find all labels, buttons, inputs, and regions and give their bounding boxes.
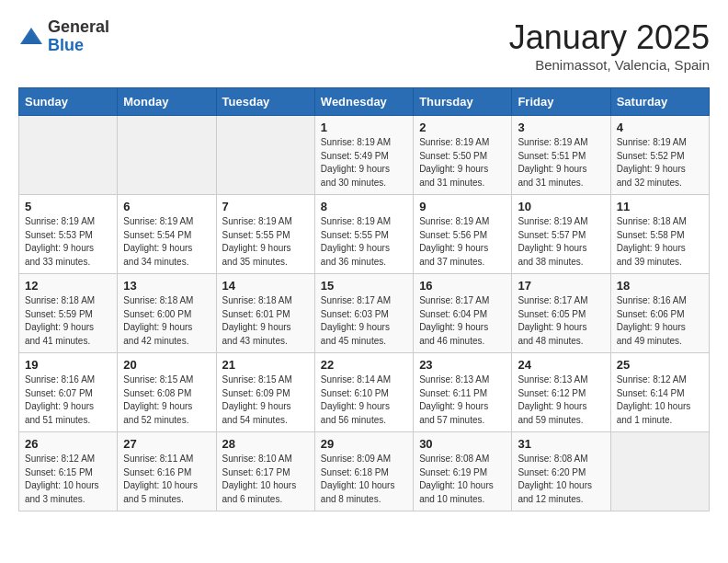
weekday-header: Sunday	[19, 88, 118, 116]
day-number: 1	[321, 121, 407, 134]
day-number: 17	[518, 279, 604, 293]
day-number: 28	[222, 437, 309, 451]
day-number: 11	[617, 200, 703, 213]
day-info: Sunrise: 8:12 AM Sunset: 6:14 PM Dayligh…	[617, 373, 703, 427]
logo-text: General Blue	[48, 18, 109, 55]
day-number: 19	[25, 358, 111, 372]
day-number: 2	[419, 121, 506, 134]
page-header: General Blue January 2025 Benimassot, Va…	[18, 18, 710, 73]
calendar-cell: 19Sunrise: 8:16 AM Sunset: 6:07 PM Dayli…	[19, 353, 118, 432]
calendar-cell: 15Sunrise: 8:17 AM Sunset: 6:03 PM Dayli…	[314, 274, 413, 353]
calendar-cell: 2Sunrise: 8:19 AM Sunset: 5:50 PM Daylig…	[414, 116, 512, 195]
calendar-cell: 20Sunrise: 8:15 AM Sunset: 6:08 PM Dayli…	[118, 353, 216, 432]
day-number: 18	[617, 279, 703, 293]
day-info: Sunrise: 8:19 AM Sunset: 5:57 PM Dayligh…	[518, 215, 604, 269]
calendar-cell: 24Sunrise: 8:13 AM Sunset: 6:12 PM Dayli…	[512, 353, 610, 432]
location: Benimassot, Valencia, Spain	[509, 57, 710, 73]
day-number: 30	[419, 437, 506, 451]
day-number: 24	[518, 358, 604, 372]
month-title: January 2025	[509, 18, 710, 57]
logo-blue: Blue	[48, 37, 109, 55]
calendar-cell: 3Sunrise: 8:19 AM Sunset: 5:51 PM Daylig…	[512, 116, 610, 195]
day-info: Sunrise: 8:19 AM Sunset: 5:49 PM Dayligh…	[321, 136, 407, 190]
calendar-cell: 14Sunrise: 8:18 AM Sunset: 6:01 PM Dayli…	[216, 274, 314, 353]
calendar-cell: 16Sunrise: 8:17 AM Sunset: 6:04 PM Dayli…	[414, 274, 512, 353]
calendar-table: SundayMondayTuesdayWednesdayThursdayFrid…	[18, 87, 710, 511]
weekday-header: Thursday	[414, 88, 512, 116]
calendar-cell: 31Sunrise: 8:08 AM Sunset: 6:20 PM Dayli…	[512, 432, 610, 511]
day-info: Sunrise: 8:10 AM Sunset: 6:17 PM Dayligh…	[222, 453, 309, 506]
day-info: Sunrise: 8:19 AM Sunset: 5:54 PM Dayligh…	[123, 215, 210, 269]
calendar-cell: 23Sunrise: 8:13 AM Sunset: 6:11 PM Dayli…	[414, 353, 512, 432]
day-info: Sunrise: 8:18 AM Sunset: 5:59 PM Dayligh…	[25, 294, 111, 348]
day-number: 14	[222, 279, 309, 293]
weekday-header: Tuesday	[216, 88, 314, 116]
day-info: Sunrise: 8:17 AM Sunset: 6:05 PM Dayligh…	[518, 294, 604, 348]
calendar-week-row: 12Sunrise: 8:18 AM Sunset: 5:59 PM Dayli…	[19, 274, 710, 353]
day-number: 10	[518, 200, 604, 213]
calendar-cell: 30Sunrise: 8:08 AM Sunset: 6:19 PM Dayli…	[414, 432, 512, 511]
day-info: Sunrise: 8:18 AM Sunset: 6:01 PM Dayligh…	[222, 294, 309, 348]
day-number: 20	[123, 358, 210, 372]
calendar-week-row: 5Sunrise: 8:19 AM Sunset: 5:53 PM Daylig…	[19, 195, 710, 274]
day-number: 13	[123, 279, 210, 293]
calendar-cell: 9Sunrise: 8:19 AM Sunset: 5:56 PM Daylig…	[414, 195, 512, 274]
weekday-header: Saturday	[610, 88, 709, 116]
calendar-cell: 10Sunrise: 8:19 AM Sunset: 5:57 PM Dayli…	[512, 195, 610, 274]
calendar-week-row: 26Sunrise: 8:12 AM Sunset: 6:15 PM Dayli…	[19, 432, 710, 511]
day-info: Sunrise: 8:08 AM Sunset: 6:19 PM Dayligh…	[419, 453, 506, 506]
day-number: 12	[25, 279, 111, 293]
day-info: Sunrise: 8:15 AM Sunset: 6:09 PM Dayligh…	[222, 373, 309, 427]
calendar-cell: 27Sunrise: 8:11 AM Sunset: 6:16 PM Dayli…	[118, 432, 216, 511]
day-info: Sunrise: 8:08 AM Sunset: 6:20 PM Dayligh…	[518, 453, 604, 506]
calendar-cell: 13Sunrise: 8:18 AM Sunset: 6:00 PM Dayli…	[118, 274, 216, 353]
calendar-cell: 11Sunrise: 8:18 AM Sunset: 5:58 PM Dayli…	[610, 195, 709, 274]
day-info: Sunrise: 8:19 AM Sunset: 5:55 PM Dayligh…	[222, 215, 309, 269]
weekday-header: Wednesday	[314, 88, 413, 116]
day-number: 9	[419, 200, 506, 213]
day-info: Sunrise: 8:19 AM Sunset: 5:51 PM Dayligh…	[518, 136, 604, 190]
calendar-cell: 5Sunrise: 8:19 AM Sunset: 5:53 PM Daylig…	[19, 195, 118, 274]
day-number: 26	[25, 437, 111, 451]
day-info: Sunrise: 8:16 AM Sunset: 6:07 PM Dayligh…	[25, 373, 111, 427]
title-block: January 2025 Benimassot, Valencia, Spain	[509, 18, 710, 73]
day-info: Sunrise: 8:12 AM Sunset: 6:15 PM Dayligh…	[25, 453, 111, 506]
calendar-cell: 21Sunrise: 8:15 AM Sunset: 6:09 PM Dayli…	[216, 353, 314, 432]
calendar-cell: 29Sunrise: 8:09 AM Sunset: 6:18 PM Dayli…	[314, 432, 413, 511]
calendar-week-row: 19Sunrise: 8:16 AM Sunset: 6:07 PM Dayli…	[19, 353, 710, 432]
day-info: Sunrise: 8:13 AM Sunset: 6:12 PM Dayligh…	[518, 373, 604, 427]
calendar-cell: 1Sunrise: 8:19 AM Sunset: 5:49 PM Daylig…	[314, 116, 413, 195]
day-info: Sunrise: 8:19 AM Sunset: 5:56 PM Dayligh…	[419, 215, 506, 269]
day-info: Sunrise: 8:17 AM Sunset: 6:03 PM Dayligh…	[321, 294, 407, 348]
day-number: 31	[518, 437, 604, 451]
day-info: Sunrise: 8:15 AM Sunset: 6:08 PM Dayligh…	[123, 373, 210, 427]
day-number: 15	[321, 279, 407, 293]
calendar-cell: 26Sunrise: 8:12 AM Sunset: 6:15 PM Dayli…	[19, 432, 118, 511]
day-info: Sunrise: 8:19 AM Sunset: 5:55 PM Dayligh…	[321, 215, 407, 269]
calendar-body: 1Sunrise: 8:19 AM Sunset: 5:49 PM Daylig…	[19, 116, 710, 511]
calendar-cell: 25Sunrise: 8:12 AM Sunset: 6:14 PM Dayli…	[610, 353, 709, 432]
calendar-cell	[216, 116, 314, 195]
day-info: Sunrise: 8:13 AM Sunset: 6:11 PM Dayligh…	[419, 373, 506, 427]
day-info: Sunrise: 8:18 AM Sunset: 6:00 PM Dayligh…	[123, 294, 210, 348]
day-info: Sunrise: 8:14 AM Sunset: 6:10 PM Dayligh…	[321, 373, 407, 427]
day-info: Sunrise: 8:19 AM Sunset: 5:53 PM Dayligh…	[25, 215, 111, 269]
weekday-header: Friday	[512, 88, 610, 116]
day-number: 7	[222, 200, 309, 213]
logo-general: General	[48, 18, 109, 37]
calendar-week-row: 1Sunrise: 8:19 AM Sunset: 5:49 PM Daylig…	[19, 116, 710, 195]
day-number: 29	[321, 437, 407, 451]
day-info: Sunrise: 8:16 AM Sunset: 6:06 PM Dayligh…	[617, 294, 703, 348]
day-number: 3	[518, 121, 604, 134]
day-number: 6	[123, 200, 210, 213]
weekday-header: Monday	[118, 88, 216, 116]
calendar-cell: 28Sunrise: 8:10 AM Sunset: 6:17 PM Dayli…	[216, 432, 314, 511]
calendar-cell: 12Sunrise: 8:18 AM Sunset: 5:59 PM Dayli…	[19, 274, 118, 353]
day-number: 16	[419, 279, 506, 293]
calendar-cell: 18Sunrise: 8:16 AM Sunset: 6:06 PM Dayli…	[610, 274, 709, 353]
day-number: 21	[222, 358, 309, 372]
calendar-header: SundayMondayTuesdayWednesdayThursdayFrid…	[19, 88, 710, 116]
day-number: 22	[321, 358, 407, 372]
day-info: Sunrise: 8:19 AM Sunset: 5:50 PM Dayligh…	[419, 136, 506, 190]
day-number: 27	[123, 437, 210, 451]
